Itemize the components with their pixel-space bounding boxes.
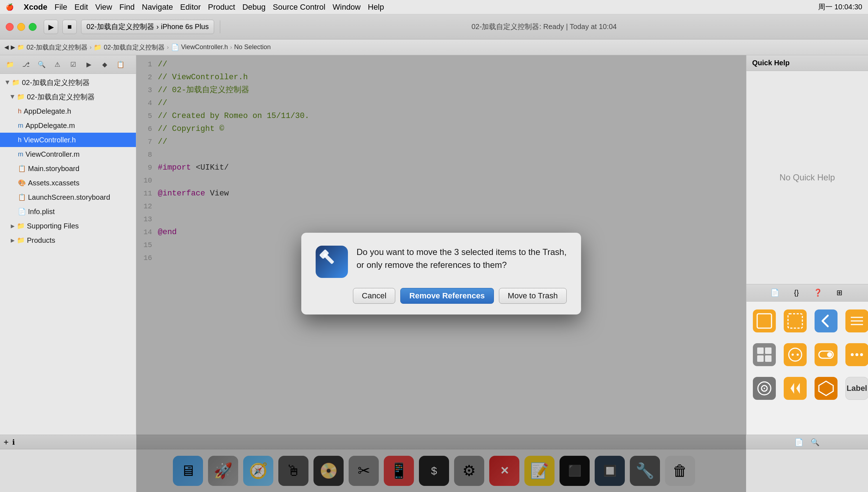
- nav-back[interactable]: ◀: [4, 44, 9, 51]
- scheme-selector[interactable]: 02-加载自定义控制器 › iPhone 6s Plus: [81, 20, 214, 34]
- status-time: Today at 10:04: [570, 23, 617, 30]
- header-file-icon: h: [18, 136, 22, 144]
- menu-editor[interactable]: Editor: [180, 3, 201, 12]
- sidebar-item-appdelegate-m[interactable]: m AppDelegate.m: [0, 118, 136, 133]
- breadcrumb-item-3[interactable]: ViewController.h: [181, 43, 228, 51]
- folder-icon: 📁: [17, 222, 25, 230]
- sidebar-info-btn[interactable]: ℹ: [12, 438, 15, 446]
- dialog-xcode-icon: [316, 246, 348, 279]
- breadcrumb-icon-file: 📄: [171, 43, 179, 51]
- sidebar-icon-warning[interactable]: ⚠: [51, 59, 64, 70]
- right-status-bar: 📄 🔍: [746, 435, 868, 449]
- apple-menu[interactable]: 🍎: [6, 3, 14, 11]
- storyboard-icon: 📋: [18, 193, 26, 201]
- folder-icon: 📁: [12, 79, 20, 86]
- sidebar-item-viewcontroller-m[interactable]: m ViewController.m: [0, 147, 136, 161]
- sidebar-item-supporting-files[interactable]: ▶ 📁 Supporting Files: [0, 219, 136, 233]
- right-status-icon-2[interactable]: 🔍: [811, 438, 820, 446]
- menu-source-control[interactable]: Source Control: [273, 3, 326, 12]
- sidebar-item-viewcontroller-h[interactable]: h ViewController.h: [0, 133, 136, 147]
- sidebar-item-main-storyboard[interactable]: 📋 Main.storyboard: [0, 161, 136, 176]
- window-toolbar: ▶ ■ 02-加载自定义控制器 › iPhone 6s Plus 02-加载自定…: [0, 14, 868, 39]
- tree-arrow-icon: ▶: [5, 81, 11, 85]
- ib-item-7[interactable]: [812, 340, 840, 370]
- ib-icon-svg-9: [755, 379, 773, 397]
- fullscreen-button[interactable]: [29, 23, 37, 31]
- inspector-attributes-icon[interactable]: ⊞: [832, 286, 847, 299]
- breadcrumb-sep-3: ›: [230, 44, 232, 51]
- menu-help[interactable]: Help: [368, 3, 384, 12]
- dialog-message-text: Do you want to move the 3 selected items…: [357, 246, 567, 271]
- sidebar-item-info-plist[interactable]: 📄 Info.plist: [0, 204, 136, 219]
- sidebar-item-products[interactable]: ▶ 📁 Products: [0, 233, 136, 247]
- sidebar-item-assets[interactable]: 🎨 Assets.xcassets: [0, 176, 136, 190]
- sidebar-item-label: Info.plist: [28, 208, 55, 216]
- ib-icon-svg-5: [755, 346, 773, 364]
- ib-item-1[interactable]: [751, 306, 778, 336]
- menu-edit[interactable]: Edit: [74, 3, 88, 12]
- menu-navigate[interactable]: Navigate: [142, 3, 173, 12]
- ib-item-6[interactable]: [782, 340, 809, 370]
- remove-references-button[interactable]: Remove References: [400, 288, 494, 304]
- sidebar-icon-test[interactable]: ☑: [67, 59, 80, 70]
- sidebar-icon-debug[interactable]: ▶: [82, 59, 95, 70]
- inspector-file-icon[interactable]: 📄: [768, 286, 782, 299]
- menu-product[interactable]: Product: [208, 3, 235, 12]
- sidebar-icon-breakpoints[interactable]: ◆: [98, 59, 111, 70]
- sidebar-icon-folder[interactable]: 📁: [4, 59, 16, 70]
- sidebar-item-label: Main.storyboard: [28, 165, 79, 173]
- sidebar-item-project-root[interactable]: ▶ 📁 02-加载自定义控制器: [0, 75, 136, 90]
- ib-icon-svg-3: [817, 312, 835, 330]
- menu-window[interactable]: Window: [332, 3, 360, 12]
- quick-help-title: Quick Help: [752, 59, 789, 67]
- menu-file[interactable]: File: [55, 3, 67, 12]
- sidebar-item-project-folder[interactable]: ▶ 📁 02-加载自定义控制器: [0, 90, 136, 104]
- menu-view[interactable]: View: [95, 3, 112, 12]
- ib-item-3[interactable]: [812, 306, 840, 336]
- file-tree: ▶ 📁 02-加载自定义控制器 ▶ 📁 02-加载自定义控制器 h AppDel…: [0, 74, 136, 492]
- sidebar-icon-search[interactable]: 🔍: [35, 59, 48, 70]
- menu-xcode[interactable]: Xcode: [24, 3, 47, 12]
- ib-item-label[interactable]: Label: [843, 373, 868, 403]
- ib-item-5[interactable]: [751, 340, 778, 370]
- breadcrumb-item-2[interactable]: 02-加载自定义控制器: [104, 43, 165, 52]
- breadcrumb-sep-1: ›: [90, 44, 91, 51]
- close-button[interactable]: [6, 23, 14, 31]
- ib-item-10[interactable]: [782, 373, 809, 403]
- cancel-button[interactable]: Cancel: [353, 288, 395, 304]
- sidebar-item-label: Products: [27, 236, 55, 245]
- ib-item-4[interactable]: [843, 306, 868, 336]
- move-to-trash-button[interactable]: Move to Trash: [499, 288, 567, 304]
- svg-rect-10: [757, 355, 764, 362]
- ib-item-9[interactable]: [751, 373, 778, 403]
- plist-icon: 📄: [18, 208, 26, 216]
- breadcrumb-item-4[interactable]: No Selection: [234, 43, 271, 51]
- breadcrumb-item-1[interactable]: 02-加载自定义控制器: [27, 43, 88, 52]
- status-separator: |: [566, 23, 570, 30]
- sidebar-add-btn[interactable]: +: [4, 437, 9, 447]
- source-file-icon: m: [18, 122, 23, 129]
- ib-item-8[interactable]: [843, 340, 868, 370]
- stop-button[interactable]: ■: [62, 20, 77, 34]
- ib-icon-label: Label: [845, 377, 868, 400]
- sidebar-item-launchscreen[interactable]: 📋 LaunchScreen.storyboard: [0, 190, 136, 204]
- ib-icon-svg-6: [786, 346, 804, 364]
- sidebar-item-label: 02-加载自定义控制器: [27, 92, 95, 102]
- svg-point-19: [860, 353, 863, 356]
- ib-item-11[interactable]: [812, 373, 840, 403]
- minimize-button[interactable]: [17, 23, 25, 31]
- sidebar-icon-report[interactable]: 📋: [114, 59, 127, 70]
- status-display: 02-加载自定义控制器: Ready | Today at 10:04: [226, 22, 862, 32]
- menu-debug[interactable]: Debug: [242, 3, 266, 12]
- run-button[interactable]: ▶: [44, 20, 58, 34]
- ib-icon-11: [815, 377, 838, 400]
- right-status-icon-1[interactable]: 📄: [794, 438, 803, 446]
- inspector-code-icon[interactable]: {}: [789, 286, 804, 299]
- menu-find[interactable]: Find: [119, 3, 135, 12]
- nav-forward[interactable]: ▶: [11, 44, 15, 51]
- sidebar-icon-git[interactable]: ⎇: [19, 59, 32, 70]
- ib-item-2[interactable]: [782, 306, 809, 336]
- device-label: iPhone 6s Plus: [161, 23, 209, 31]
- inspector-quick-help-icon[interactable]: ❓: [811, 286, 825, 299]
- sidebar-item-appdelegate-h[interactable]: h AppDelegate.h: [0, 104, 136, 118]
